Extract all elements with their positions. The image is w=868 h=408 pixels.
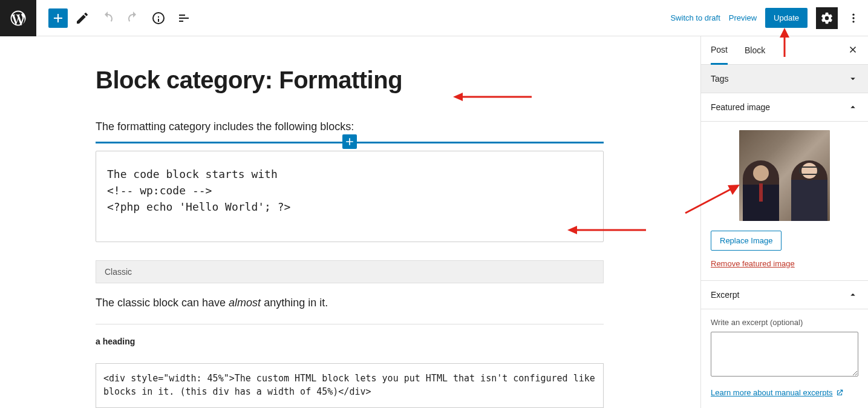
custom-html-block[interactable]: <div style="width: 45%">The custom HTML … xyxy=(96,363,604,408)
wordpress-icon xyxy=(9,9,27,27)
learn-more-excerpts-link[interactable]: Learn more about manual excerpts xyxy=(711,388,844,397)
panel-excerpt-title: Excerpt xyxy=(711,290,739,300)
excerpt-label: Write an excerpt (optional) xyxy=(711,318,858,327)
replace-image-button[interactable]: Replace Image xyxy=(711,231,782,251)
update-button[interactable]: Update xyxy=(765,8,808,28)
redo-button[interactable] xyxy=(122,7,144,29)
svg-point-1 xyxy=(852,17,854,19)
remove-featured-image-link[interactable]: Remove featured image xyxy=(711,259,858,268)
add-block-button[interactable] xyxy=(48,8,68,28)
classic-text-em: almost xyxy=(229,297,261,309)
panel-tags-header[interactable]: Tags xyxy=(701,65,868,93)
options-button[interactable] xyxy=(846,7,861,29)
svg-point-2 xyxy=(852,21,854,22)
chevron-up-icon xyxy=(847,102,858,113)
post-title[interactable]: Block category: Formatting xyxy=(96,67,604,94)
classic-text-1: The classic block can have xyxy=(96,297,229,309)
plus-icon xyxy=(344,136,356,148)
insert-block-button[interactable] xyxy=(342,134,357,149)
panel-excerpt-body: Write an excerpt (optional) Learn more a… xyxy=(701,309,868,408)
info-button[interactable] xyxy=(148,7,169,29)
classic-paragraph[interactable]: The classic block can have almost anythi… xyxy=(96,297,604,324)
svg-point-0 xyxy=(852,13,854,15)
tab-block[interactable]: Block xyxy=(745,37,765,64)
featured-image-thumbnail[interactable] xyxy=(739,130,830,221)
sidebar-tabs: Post Block xyxy=(701,36,868,65)
tab-post[interactable]: Post xyxy=(711,36,728,65)
classic-block-label[interactable]: Classic xyxy=(96,260,604,283)
undo-button[interactable] xyxy=(97,7,119,29)
settings-button[interactable] xyxy=(816,7,838,29)
thumb-person-1 xyxy=(743,160,779,221)
toolbar-right: Switch to draft Preview Update xyxy=(670,7,868,29)
top-toolbar: Switch to draft Preview Update xyxy=(0,0,868,36)
panel-featured-header[interactable]: Featured image xyxy=(701,93,868,122)
excerpt-textarea[interactable] xyxy=(711,332,858,377)
code-block[interactable]: The code block starts with <!-- wp:code … xyxy=(96,151,604,242)
heading-block[interactable]: a heading xyxy=(96,337,604,346)
close-sidebar-button[interactable] xyxy=(847,44,858,57)
paragraph-intro[interactable]: The formatting category includes the fol… xyxy=(96,120,604,133)
chevron-up-icon xyxy=(847,289,858,300)
redo-icon xyxy=(126,11,140,25)
external-link-icon xyxy=(835,389,844,397)
gear-icon xyxy=(820,12,834,25)
list-icon xyxy=(177,11,191,25)
panel-featured-body: Replace Image Remove featured image xyxy=(701,122,868,281)
more-vertical-icon xyxy=(847,12,860,24)
chevron-down-icon xyxy=(847,73,858,84)
close-icon xyxy=(847,44,858,55)
editor-canvas[interactable]: Block category: Formatting The formattin… xyxy=(0,36,700,408)
panel-tags-title: Tags xyxy=(711,74,729,84)
tools-button[interactable] xyxy=(71,7,93,29)
thumb-person-2 xyxy=(791,160,827,221)
plus-icon xyxy=(51,11,65,25)
pencil-icon xyxy=(75,11,90,25)
panel-excerpt-header[interactable]: Excerpt xyxy=(701,281,868,309)
panel-featured-title: Featured image xyxy=(711,102,770,112)
learn-link-text: Learn more about manual excerpts xyxy=(711,388,833,397)
wordpress-logo[interactable] xyxy=(0,0,36,36)
outline-button[interactable] xyxy=(173,7,195,29)
info-icon xyxy=(151,11,166,25)
settings-sidebar: Post Block Tags Featured image Replace I… xyxy=(700,36,868,408)
undo-icon xyxy=(100,11,115,25)
code-block-wrapper: The code block starts with <!-- wp:code … xyxy=(96,142,604,242)
preview-button[interactable]: Preview xyxy=(729,13,757,22)
classic-text-2: anything in it. xyxy=(261,297,328,309)
toolbar-left xyxy=(36,7,195,29)
switch-to-draft-button[interactable]: Switch to draft xyxy=(670,13,720,22)
